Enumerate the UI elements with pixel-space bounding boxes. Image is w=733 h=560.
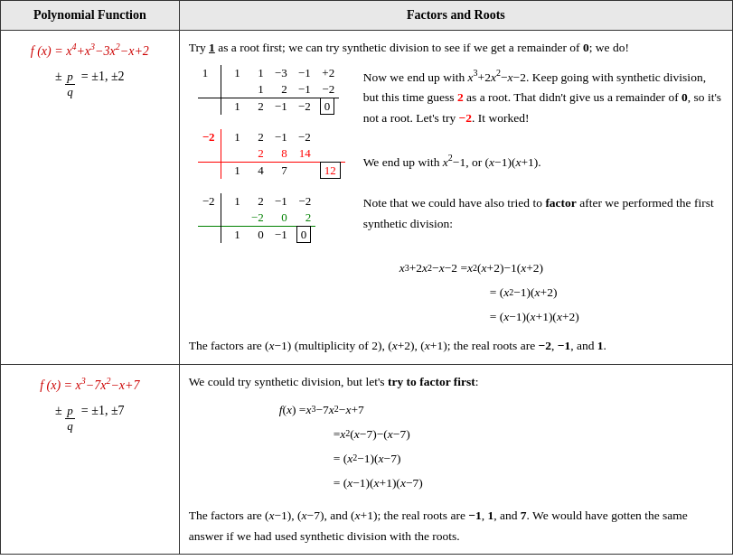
factors-line-1: The factors are (x−1) (multiplicity of 2… [189, 336, 723, 357]
synth-left-1: 1 1 1 −3 −1 +2 1 2 [198, 65, 345, 243]
intro-text-2: We could try synthetic division, but let… [189, 372, 723, 392]
math-row-1: x3+2x2−x−2 = x2(x+2)−1(x+2) [399, 256, 543, 280]
math-block-2: f(x) = x3−7x2−x+7 = x2(x−7)−(x−7) = (x2−… [279, 397, 723, 495]
table-row-2: f (x) = x3−7x2−x+7 ± p q = ±1, ±7 We cou… [1, 364, 733, 554]
synth-div-3-green: −2 1 2 −1 −2 −2 0 2 [198, 193, 316, 243]
synth-section-1: 1 1 1 −3 −1 +2 1 2 [198, 65, 723, 329]
synth-div-1: 1 1 1 −3 −1 +2 1 2 [198, 65, 340, 115]
synth-right-text3: Note that we could have also tried to fa… [363, 193, 723, 235]
synth-right-text2: We end up with x2−1, or (x−1)(x+1). [363, 150, 723, 173]
table-row-1: f (x) = x4+x3−3x2−x+2 ± p q = ±1, ±2 Try… [1, 31, 733, 365]
intro-text-1: Try 1 as a root first; we can try synthe… [189, 38, 723, 58]
factors-line-2: The factors are (x−1), (x−7), and (x+1);… [189, 506, 723, 547]
poly-function-1: f (x) = x4+x3−3x2−x+2 [10, 38, 170, 64]
poly-col-2: f (x) = x3−7x2−x+7 ± p q = ±1, ±7 [1, 364, 180, 554]
rational-roots-2: ± p q = ±1, ±7 [10, 404, 170, 434]
synth-right-text1: Now we end up with x3+2x2−x−2. Keep goin… [363, 65, 723, 129]
factors-col-1: Try 1 as a root first; we can try synthe… [179, 31, 732, 365]
poly-function-2: f (x) = x3−7x2−x+7 [10, 372, 170, 398]
rational-roots-1: ± p q = ±1, ±2 [10, 70, 170, 99]
math-row-2-3: = (x2−1)(x−7) [334, 446, 401, 471]
synth-right-1: Now we end up with x3+2x2−x−2. Keep goin… [363, 65, 723, 329]
math-row-3: = (x−1)(x+1)(x+2) [490, 304, 579, 329]
synth-div-2-red: −2 1 2 −1 −2 2 8 [198, 129, 345, 179]
header-col2: Factors and Roots [179, 1, 732, 31]
factors-col-2: We could try synthetic division, but let… [179, 364, 732, 554]
header-col1: Polynomial Function [1, 1, 180, 31]
main-table: Polynomial Function Factors and Roots f … [0, 0, 733, 555]
math-row-2-2: = x2(x−7)−(x−7) [334, 422, 410, 446]
math-row-2-1: f(x) = x3−7x2−x+7 [279, 397, 364, 422]
poly-col-1: f (x) = x4+x3−3x2−x+2 ± p q = ±1, ±2 [1, 31, 180, 365]
math-block-1: x3+2x2−x−2 = x2(x+2)−1(x+2) = (x2−1)(x+2… [399, 256, 723, 329]
math-row-2-4: = (x−1)(x+1)(x−7) [334, 471, 423, 495]
math-row-2: = (x2−1)(x+2) [490, 280, 558, 304]
